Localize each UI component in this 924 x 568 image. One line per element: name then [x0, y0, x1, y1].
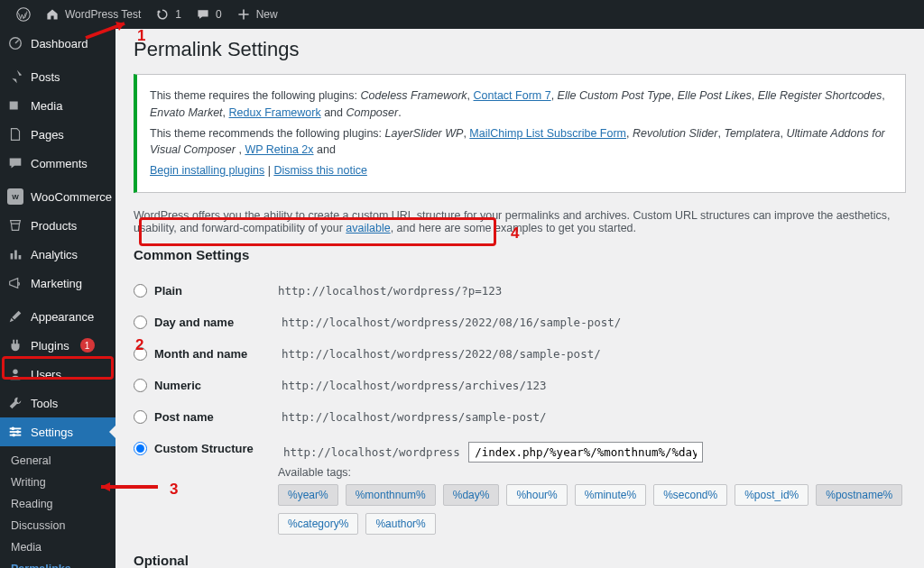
submenu-discussion[interactable]: Discussion: [0, 515, 116, 536]
notice-plugin-link[interactable]: Redux Framework: [229, 106, 321, 119]
theme-plugin-notice: This theme requires the following plugin…: [134, 74, 906, 193]
new-label: New: [256, 8, 278, 21]
option-label[interactable]: Custom Structure: [134, 442, 278, 455]
user-icon: [7, 366, 23, 382]
sidebar-item-plugins[interactable]: Plugins1: [0, 331, 116, 360]
radio-month-name[interactable]: [134, 347, 147, 361]
begin-installing-link[interactable]: Begin installing plugins: [150, 164, 264, 177]
svg-point-6: [12, 427, 15, 431]
option-label[interactable]: Post name: [134, 410, 278, 424]
megaphone-icon: [7, 275, 23, 291]
sidebar-item-media[interactable]: Media: [0, 91, 116, 120]
intro-text: WordPress offers you the ability to crea…: [134, 209, 906, 234]
sidebar-item-dashboard[interactable]: Dashboard: [0, 29, 116, 58]
notice-plugin-link[interactable]: Contact Form 7: [474, 89, 551, 102]
radio-custom[interactable]: [134, 442, 147, 455]
notice-plugin: Composer: [346, 106, 398, 119]
custom-structure-input[interactable]: [468, 442, 703, 463]
main-content: Permalink Settings This theme requires t…: [116, 29, 924, 568]
sidebar-item-comments[interactable]: Comments: [0, 149, 116, 178]
sidebar-item-label: Settings: [31, 426, 73, 439]
page-icon: [7, 126, 23, 142]
new-content[interactable]: New: [229, 7, 285, 22]
sidebar-item-label: Analytics: [31, 248, 78, 261]
tag-second[interactable]: %second%: [653, 484, 727, 506]
svg-point-2: [13, 370, 17, 374]
notice-plugin: Elle Post Likes: [678, 89, 752, 102]
plugin-icon: [7, 337, 23, 353]
custom-prefix: http://localhost/wordpress: [278, 443, 466, 462]
sidebar-item-label: Comments: [31, 157, 88, 170]
option-day-name: Day and name http://localhost/wordpress/…: [134, 307, 906, 338]
tag-postid[interactable]: %post_id%: [735, 484, 808, 506]
tag-minute[interactable]: %minute%: [575, 484, 646, 506]
radio-numeric[interactable]: [134, 379, 147, 392]
option-label[interactable]: Numeric: [134, 379, 278, 392]
available-tags-label: Available tags:: [278, 466, 906, 479]
sidebar-item-woocommerce[interactable]: WWooCommerce: [0, 182, 116, 211]
sidebar-item-posts[interactable]: Posts: [0, 62, 116, 91]
sidebar-item-label: Pages: [31, 128, 64, 142]
submenu-general[interactable]: General: [0, 450, 116, 472]
radio-plain[interactable]: [134, 284, 147, 298]
notice-plugin: Elle Register Shortcodes: [758, 89, 882, 102]
tag-postname[interactable]: %postname%: [816, 484, 902, 506]
svg-point-7: [16, 430, 20, 434]
sidebar-item-pages[interactable]: Pages: [0, 120, 116, 149]
brush-icon: [7, 308, 23, 325]
notice-plugin: Templatera: [724, 127, 780, 140]
tag-monthnum[interactable]: %monthnum%: [346, 484, 436, 506]
sidebar-item-settings[interactable]: Settings: [0, 417, 116, 446]
submenu-permalinks[interactable]: Permalinks: [0, 558, 116, 568]
option-example: http://localhost/wordpress/2022/08/sampl…: [278, 345, 605, 362]
notice-plugin-link[interactable]: WP Retina 2x: [245, 143, 313, 156]
notice-plugin: Envato Market: [150, 106, 223, 119]
optional-heading: Optional: [134, 553, 906, 568]
sidebar-item-label: Users: [31, 368, 61, 381]
radio-day-name[interactable]: [134, 316, 147, 329]
sidebar-item-tools[interactable]: Tools: [0, 389, 116, 417]
dismiss-notice-link[interactable]: Dismiss this notice: [273, 164, 367, 177]
sidebar-item-label: Products: [31, 219, 77, 233]
tag-list: %year% %monthnum% %day% %hour% %minute% …: [278, 484, 906, 535]
sidebar-item-products[interactable]: Products: [0, 211, 116, 240]
sidebar-item-label: Tools: [31, 397, 58, 410]
comments-link[interactable]: 0: [189, 7, 229, 22]
option-numeric: Numeric http://localhost/wordpress/archi…: [134, 370, 906, 401]
updates-link[interactable]: 1: [148, 7, 189, 22]
submenu-reading[interactable]: Reading: [0, 493, 116, 515]
wp-logo[interactable]: [9, 7, 38, 22]
sidebar-item-marketing[interactable]: Marketing: [0, 269, 116, 298]
site-home[interactable]: WordPress Test: [38, 7, 148, 22]
comments-count: 0: [216, 8, 222, 21]
sidebar-item-appearance[interactable]: Appearance: [0, 302, 116, 331]
submenu-writing[interactable]: Writing: [0, 472, 116, 493]
comment-icon: [7, 155, 23, 171]
notice-plugin-link[interactable]: MailChimp List Subscribe Form: [469, 127, 626, 140]
tag-category[interactable]: %category%: [278, 513, 358, 535]
settings-icon: [7, 424, 23, 440]
plugin-update-badge: 1: [80, 338, 95, 353]
option-plain: Plain http://localhost/wordpress/?p=123: [134, 275, 906, 307]
option-example: http://localhost/wordpress/archives/123: [278, 377, 550, 394]
pin-icon: [7, 69, 23, 85]
sidebar-item-analytics[interactable]: Analytics: [0, 240, 116, 269]
sidebar-item-label: WooCommerce: [31, 190, 112, 204]
radio-post-name[interactable]: [134, 410, 147, 424]
submenu-media[interactable]: Media: [0, 536, 116, 558]
option-label[interactable]: Plain: [134, 284, 278, 298]
notice-plugin: LayerSlider WP: [385, 127, 464, 140]
tag-author[interactable]: %author%: [365, 513, 435, 535]
page-title: Permalink Settings: [134, 38, 906, 61]
tag-day[interactable]: %day%: [443, 484, 500, 506]
intro-link[interactable]: available: [346, 222, 390, 234]
tag-hour[interactable]: %hour%: [506, 484, 567, 506]
sidebar-item-users[interactable]: Users: [0, 360, 116, 389]
option-label[interactable]: Month and name: [134, 347, 278, 361]
tag-year[interactable]: %year%: [278, 484, 338, 506]
option-label[interactable]: Day and name: [134, 316, 278, 329]
admin-bar: WordPress Test 1 0 New: [0, 0, 924, 29]
chart-icon: [7, 246, 23, 262]
sidebar-item-label: Marketing: [31, 277, 82, 290]
option-example: http://localhost/wordpress/2022/08/16/sa…: [278, 314, 624, 331]
